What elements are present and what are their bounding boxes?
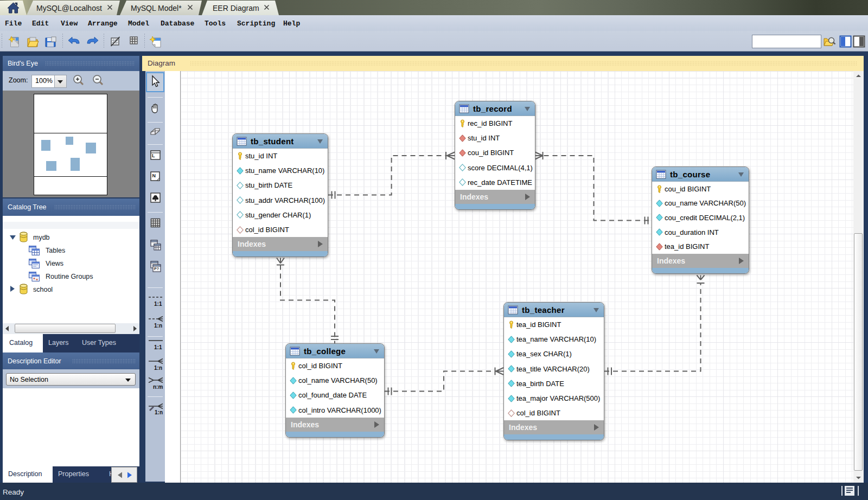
svg-text:N: N xyxy=(152,173,156,178)
svg-text:L: L xyxy=(152,153,155,158)
svg-text:1:1: 1:1 xyxy=(154,344,162,350)
svg-text:P?: P? xyxy=(154,267,159,271)
svg-text:1:n: 1:n xyxy=(154,365,162,371)
svg-text:1:n: 1:n xyxy=(155,409,163,415)
svg-text:1:1: 1:1 xyxy=(154,301,162,307)
svg-text:n:m: n:m xyxy=(153,384,163,390)
svg-text:1:n: 1:n xyxy=(154,323,162,329)
